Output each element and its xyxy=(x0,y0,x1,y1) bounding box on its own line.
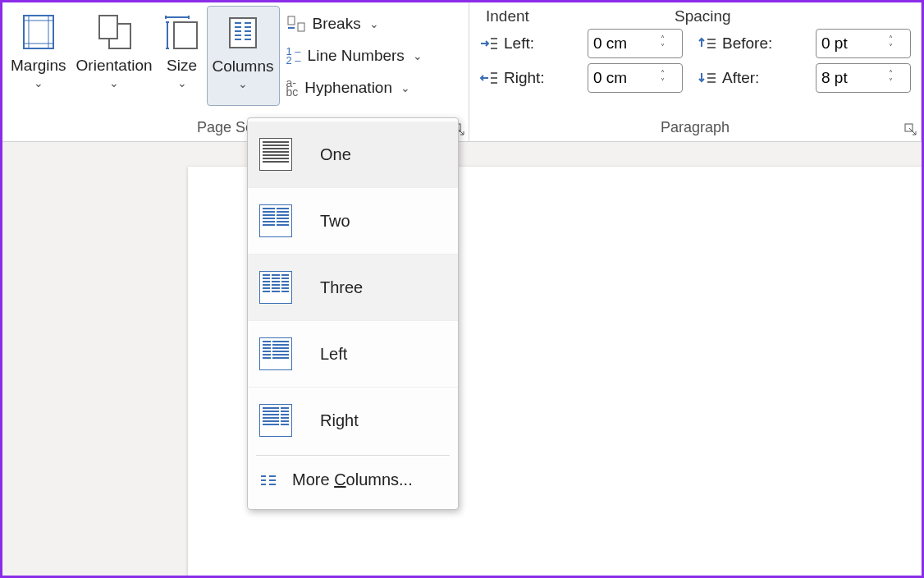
hyphenation-icon: a-bc xyxy=(286,79,299,97)
columns-button[interactable]: Columns ⌄ xyxy=(207,6,280,106)
chevron-down-icon: ⌄ xyxy=(34,76,43,89)
columns-option-label: Three xyxy=(320,278,363,297)
breaks-icon xyxy=(286,15,306,33)
menu-separator xyxy=(256,455,450,456)
hyphenation-label: Hyphenation xyxy=(304,79,392,97)
more-columns-button[interactable]: More Columns... xyxy=(248,457,458,506)
spacing-before-label: Before: xyxy=(722,34,811,53)
chevron-down-icon: ⌄ xyxy=(109,76,119,89)
svg-rect-6 xyxy=(99,16,117,39)
down-arrow-icon[interactable]: ˅ xyxy=(882,44,899,52)
columns-option-label: Two xyxy=(320,212,350,231)
breaks-button[interactable]: Breaks ⌄ xyxy=(283,7,426,39)
columns-option-left[interactable]: Left xyxy=(248,321,458,388)
more-columns-icon xyxy=(259,474,277,487)
line-numbers-label: Line Numbers xyxy=(308,47,405,65)
size-button[interactable]: Size ⌄ xyxy=(158,6,207,106)
columns-option-two[interactable]: Two xyxy=(248,188,458,255)
indent-left-field[interactable] xyxy=(588,33,654,54)
paragraph-group-label: Paragraph xyxy=(479,116,911,141)
indent-right-label: Right: xyxy=(504,69,583,87)
spacing-before-input[interactable]: ˄˅ xyxy=(816,29,911,58)
indent-left-input[interactable]: ˄˅ xyxy=(588,29,683,58)
chevron-down-icon: ⌄ xyxy=(413,49,423,62)
indent-right-icon xyxy=(479,70,499,86)
chevron-down-icon: ⌄ xyxy=(238,77,248,90)
indent-right-field[interactable] xyxy=(588,67,654,89)
three-column-icon xyxy=(259,271,292,304)
margins-button[interactable]: Margins ⌄ xyxy=(6,6,71,106)
hyphenation-button[interactable]: a-bc Hyphenation ⌄ xyxy=(283,72,426,104)
down-arrow-icon[interactable]: ˅ xyxy=(882,78,899,86)
orientation-button[interactable]: Orientation ⌄ xyxy=(71,6,158,106)
chevron-down-icon: ⌄ xyxy=(177,76,187,89)
columns-dropdown: One Two Three Left Right More Columns.. xyxy=(247,117,459,510)
size-icon xyxy=(162,9,202,55)
line-numbers-button[interactable]: 1 –2 – Line Numbers ⌄ xyxy=(283,39,426,71)
indent-left-icon xyxy=(479,35,499,52)
margins-icon xyxy=(19,9,58,55)
down-arrow-icon[interactable]: ˅ xyxy=(654,44,670,52)
paragraph-launcher[interactable] xyxy=(904,123,917,136)
down-arrow-icon[interactable]: ˅ xyxy=(654,78,670,86)
document-area xyxy=(2,142,922,576)
svg-rect-13 xyxy=(174,22,197,48)
more-columns-label: More Columns... xyxy=(292,470,413,489)
two-column-icon xyxy=(259,204,292,237)
spacing-after-field[interactable] xyxy=(817,67,882,89)
right-column-icon xyxy=(259,404,292,437)
line-numbers-icon: 1 –2 – xyxy=(286,47,301,65)
spacing-before-field[interactable] xyxy=(817,33,882,54)
columns-option-label: One xyxy=(320,145,351,164)
orientation-label: Orientation xyxy=(76,57,153,75)
one-column-icon xyxy=(259,138,292,171)
columns-option-label: Right xyxy=(320,411,359,430)
breaks-label: Breaks xyxy=(313,15,361,33)
chevron-down-icon: ⌄ xyxy=(369,17,379,30)
columns-label: Columns xyxy=(213,57,274,76)
columns-option-one[interactable]: One xyxy=(248,122,458,188)
indent-right-input[interactable]: ˄˅ xyxy=(588,63,683,93)
spacing-after-input[interactable]: ˄˅ xyxy=(816,63,911,93)
spacing-before-icon xyxy=(698,35,717,52)
svg-rect-14 xyxy=(230,18,256,48)
columns-icon xyxy=(225,10,261,56)
svg-rect-26 xyxy=(298,23,304,31)
indent-left-label: Left: xyxy=(504,34,583,53)
chevron-down-icon: ⌄ xyxy=(400,81,410,94)
columns-option-label: Left xyxy=(320,345,347,364)
left-column-icon xyxy=(259,337,292,370)
margins-label: Margins xyxy=(11,57,66,75)
spacing-header: Spacing xyxy=(675,7,731,25)
size-label: Size xyxy=(167,57,197,75)
columns-option-three[interactable]: Three xyxy=(248,255,458,321)
spacing-after-label: After: xyxy=(722,69,811,87)
svg-rect-25 xyxy=(288,16,295,25)
orientation-icon xyxy=(93,9,135,55)
spacing-after-icon xyxy=(698,70,717,86)
columns-option-right[interactable]: Right xyxy=(248,388,458,453)
indent-header: Indent xyxy=(486,7,675,25)
